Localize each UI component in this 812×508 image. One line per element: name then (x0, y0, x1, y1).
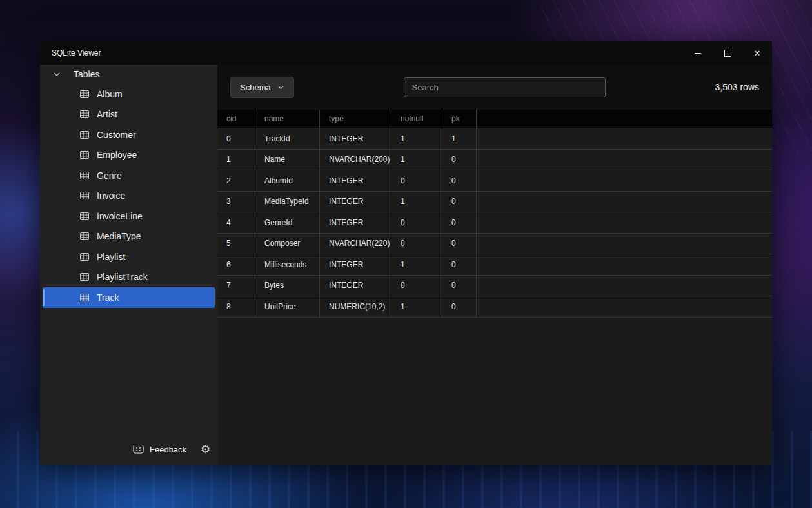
cell-type: INTEGER (320, 276, 391, 296)
table-grid-icon (79, 231, 90, 241)
cell-notnull: 1 (391, 128, 442, 149)
row-count-label: 3,503 rows (715, 82, 759, 92)
table-row[interactable]: 2 AlbumId INTEGER 0 0 (217, 170, 772, 192)
table-grid-icon (79, 190, 90, 201)
table-grid-icon (79, 292, 90, 303)
sidebar-item-table[interactable]: Invoice (43, 186, 215, 207)
cell-cid: 3 (217, 192, 255, 212)
sidebar-item-table[interactable]: Artist (43, 105, 215, 125)
cell-pk: 0 (442, 234, 477, 254)
chevron-down-icon (53, 70, 61, 78)
table-row[interactable]: 6 Milliseconds INTEGER 1 0 (217, 254, 772, 276)
sidebar-item-table[interactable]: Employee (43, 145, 215, 166)
cell-name: Bytes (255, 276, 320, 296)
table-row[interactable]: 4 GenreId INTEGER 0 0 (217, 212, 772, 234)
search-input[interactable] (404, 77, 606, 97)
cell-empty (477, 212, 772, 233)
cell-pk: 0 (442, 296, 477, 317)
window-title: SQLite Viewer (52, 48, 101, 57)
table-row[interactable]: 1 Name NVARCHAR(200) 1 0 (217, 150, 772, 171)
cell-pk: 0 (442, 212, 477, 233)
cell-cid: 5 (217, 234, 255, 254)
sidebar-item-label: Invoice (97, 190, 125, 201)
sidebar-item-label: Artist (97, 109, 117, 119)
sidebar-item-table[interactable]: MediaType (43, 227, 215, 247)
cell-notnull: 0 (391, 170, 442, 191)
cell-type: INTEGER (320, 254, 391, 275)
column-header-notnull[interactable]: notnull (391, 110, 442, 128)
minimize-icon (695, 53, 701, 54)
feedback-button[interactable]: Feedback (133, 444, 186, 454)
sidebar-item-label: Customer (97, 130, 136, 140)
sidebar-item-label: MediaType (97, 231, 141, 241)
tables-tree-root[interactable]: Tables (40, 65, 217, 84)
table-row[interactable]: 7 Bytes INTEGER 0 0 (217, 276, 772, 297)
table-row[interactable]: 5 Composer NVARCHAR(220) 0 0 (217, 234, 772, 255)
column-header-name[interactable]: name (255, 110, 320, 128)
feedback-label: Feedback (150, 445, 186, 454)
sidebar-footer: Feedback ⚙ (40, 442, 217, 457)
cell-name: AlbumId (255, 170, 320, 191)
schema-table: cid name type notnull pk 0 TrackId INTEG… (217, 110, 772, 318)
cell-pk: 0 (442, 254, 477, 275)
table-row[interactable]: 3 MediaTypeId INTEGER 1 0 (217, 192, 772, 213)
maximize-icon (724, 50, 731, 57)
table-header-row: cid name type notnull pk (217, 110, 772, 128)
column-header-empty (477, 110, 772, 128)
cell-cid: 1 (217, 150, 255, 170)
column-header-pk[interactable]: pk (442, 110, 477, 128)
sidebar-item-label: Album (97, 89, 123, 99)
cell-cid: 8 (217, 296, 255, 317)
cell-empty (477, 128, 772, 149)
cell-type: NVARCHAR(200) (320, 150, 391, 170)
column-header-type[interactable]: type (320, 110, 391, 128)
sidebar-item-table[interactable]: PlaylistTrack (43, 267, 215, 288)
sidebar-item-label: PlaylistTrack (97, 272, 148, 282)
table-grid-icon (79, 252, 90, 262)
close-button[interactable]: ✕ (742, 41, 772, 65)
sidebar-item-label: Playlist (97, 252, 125, 262)
sidebar-item-label: Employee (97, 150, 137, 160)
cell-notnull: 0 (391, 234, 442, 254)
cell-pk: 0 (442, 276, 477, 296)
sidebar-item-table[interactable]: Genre (43, 165, 215, 186)
table-grid-icon (79, 211, 90, 221)
app-window: SQLite Viewer ✕ Tables (40, 41, 772, 465)
table-row[interactable]: 0 TrackId INTEGER 1 1 (217, 128, 772, 150)
cell-name: GenreId (255, 212, 320, 233)
cell-empty (477, 254, 772, 275)
sidebar-item-table[interactable]: Customer (43, 125, 215, 145)
cell-empty (477, 234, 772, 254)
sidebar-item-label: Genre (97, 170, 122, 181)
view-selector-label: Schema (240, 83, 271, 92)
sidebar-item-table[interactable]: Track (43, 287, 215, 308)
cell-notnull: 0 (391, 276, 442, 296)
column-header-cid[interactable]: cid (217, 110, 255, 128)
cell-cid: 6 (217, 254, 255, 275)
settings-button[interactable]: ⚙ (201, 444, 210, 455)
cell-name: TrackId (255, 128, 320, 149)
view-selector-dropdown[interactable]: Schema (230, 77, 294, 98)
sidebar-item-table[interactable]: Playlist (43, 247, 215, 267)
main-content: Schema 3,503 rows cid name type notnull … (217, 65, 772, 465)
cell-empty (477, 150, 772, 170)
maximize-button[interactable] (713, 41, 742, 65)
sidebar: Tables Album (40, 65, 217, 465)
cell-name: UnitPrice (255, 296, 320, 317)
cell-type: INTEGER (320, 128, 391, 149)
cell-notnull: 1 (391, 254, 442, 275)
minimize-button[interactable] (683, 41, 713, 65)
table-grid-icon (79, 272, 90, 282)
table-grid-icon (79, 130, 90, 140)
feedback-smiley-icon (133, 444, 144, 454)
cell-type: NVARCHAR(220) (320, 234, 391, 254)
window-controls: ✕ (683, 41, 772, 65)
cell-pk: 0 (442, 192, 477, 212)
sidebar-item-table[interactable]: Album (43, 84, 215, 105)
sidebar-item-table[interactable]: InvoiceLine (43, 206, 215, 227)
table-row[interactable]: 8 UnitPrice NUMERIC(10,2) 1 0 (217, 296, 772, 318)
cell-type: INTEGER (320, 212, 391, 233)
cell-cid: 7 (217, 276, 255, 296)
cell-cid: 4 (217, 212, 255, 233)
cell-notnull: 0 (391, 212, 442, 233)
